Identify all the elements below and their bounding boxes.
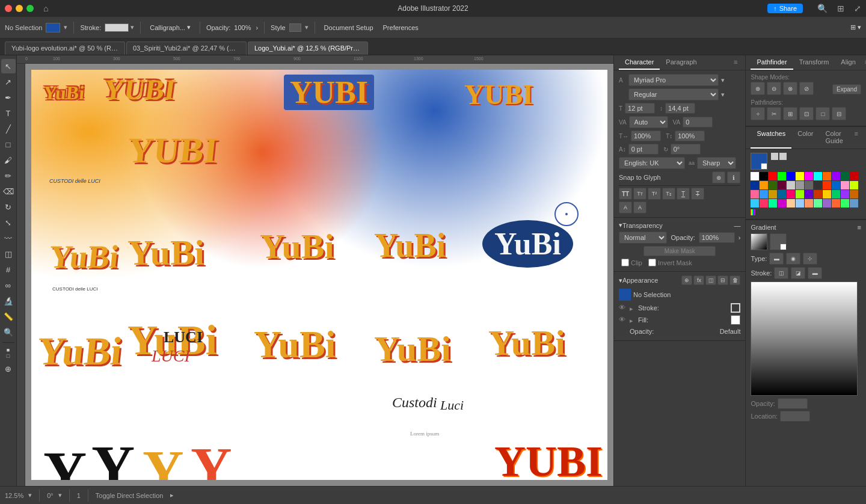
snap-icon-1[interactable]: ⊕ [712, 171, 725, 183]
swatch-color[interactable] [796, 199, 804, 207]
swatch-color[interactable] [805, 181, 813, 189]
swatch-color[interactable] [814, 199, 822, 207]
swatch-color[interactable] [805, 199, 813, 207]
stroke-inside[interactable]: ◫ [774, 267, 788, 279]
panel-menu-icon[interactable]: ≡ [731, 55, 740, 70]
style-box[interactable] [289, 23, 301, 32]
swatch-color[interactable] [760, 181, 768, 189]
opacity-input-trans[interactable] [699, 232, 735, 243]
scale-tool[interactable]: ⤡ [1, 215, 16, 230]
stroke-dropdown-arrow[interactable]: ▾ [131, 23, 134, 31]
warp-tool[interactable]: 〰 [1, 231, 16, 245]
pen-tool[interactable]: ✒ [1, 90, 16, 105]
zoom-tool[interactable]: 🔍 [1, 325, 16, 339]
close-button[interactable] [5, 5, 12, 12]
swatch-color[interactable] [832, 199, 840, 207]
app-icon-5[interactable]: 🗑 [729, 275, 740, 285]
swatch-color[interactable] [832, 172, 840, 180]
freeform-gradient-btn[interactable]: ⊹ [803, 253, 817, 265]
swatch-color[interactable] [796, 190, 804, 198]
linear-gradient-btn[interactable]: ▬ [769, 253, 784, 265]
gradient-menu[interactable]: ≡ [858, 224, 861, 231]
swatch-color[interactable] [832, 181, 840, 189]
grid-icon[interactable]: ⊞ [837, 4, 844, 13]
color-spectrum[interactable] [751, 209, 755, 215]
swatch-color[interactable] [823, 190, 831, 198]
antialias-select[interactable]: Sharp [697, 157, 736, 169]
tab-transform[interactable]: Transform [793, 55, 835, 70]
swatch-color[interactable] [823, 181, 831, 189]
scale-v-input[interactable] [675, 131, 705, 141]
swatch-color[interactable] [769, 190, 777, 198]
app-icon-2[interactable]: fx [693, 275, 704, 285]
screen-mode-icon[interactable]: ⊕ [1, 361, 16, 376]
pathfinder-menu[interactable]: ≡ [862, 55, 866, 70]
swatch-color[interactable] [787, 181, 795, 189]
font-style-select[interactable]: Regular [628, 88, 719, 100]
eraser-tool[interactable]: ⌫ [1, 184, 16, 198]
expand-icon[interactable]: ⤢ [854, 4, 861, 13]
style-dropdown-arrow[interactable]: ▾ [721, 91, 725, 99]
preferences-btn[interactable]: Preferences [380, 23, 422, 32]
swatch-color[interactable] [850, 172, 858, 180]
pf-crop[interactable]: ⊡ [799, 107, 814, 120]
fmt-superscript[interactable]: T² [648, 188, 661, 200]
swatch-color[interactable] [751, 190, 759, 198]
canvas-area[interactable]: 0 100 300 500 700 900 1100 1300 1500 YuB… [17, 55, 613, 486]
selection-tool[interactable]: ↖ [1, 59, 16, 73]
tab-color[interactable]: Color [791, 127, 819, 149]
baseline-input[interactable] [628, 144, 659, 155]
language-select[interactable]: English: UK [619, 157, 685, 169]
pf-trim[interactable]: ✂ [767, 107, 781, 120]
unite-btn[interactable]: ⊕ [751, 82, 765, 95]
make-mask-btn[interactable]: Make Mask [643, 246, 716, 256]
kerning-select[interactable]: Auto [629, 116, 668, 128]
font-dropdown-arrow[interactable]: ▾ [721, 76, 725, 84]
app-icon-1[interactable]: ⊕ [681, 275, 692, 285]
swatch-list-view[interactable]: ≡ [771, 153, 778, 160]
swatch-color[interactable] [778, 172, 786, 180]
swatch-color[interactable] [841, 199, 849, 207]
fmt-strikethrough[interactable]: T [691, 188, 704, 200]
stroke-eye-icon[interactable]: 👁 [619, 304, 627, 312]
radial-gradient-btn[interactable]: ◉ [786, 253, 800, 265]
fmt-aa-1[interactable]: A [619, 201, 632, 214]
swatch-color[interactable] [751, 199, 759, 207]
tab-spiriti[interactable]: 03_Spiriti_Yubi2.ai* @ 22,47 % (CMYK/Pre… [126, 41, 247, 55]
gradient-location-input[interactable] [780, 411, 810, 422]
style-arrow[interactable]: ▾ [305, 23, 309, 31]
type-tool[interactable]: T [1, 106, 16, 120]
clip-label[interactable]: Clip [621, 259, 642, 266]
opacity-arrow[interactable]: › [739, 234, 741, 241]
rotation-dropdown[interactable]: ▾ [58, 491, 62, 499]
minimize-button[interactable] [16, 5, 23, 12]
gradient-preview-mini[interactable] [751, 233, 767, 250]
exclude-btn[interactable]: ⊘ [799, 82, 814, 95]
document-setup-btn[interactable]: Document Setup [321, 23, 376, 32]
opacity-expand[interactable]: › [256, 24, 258, 31]
dropdown-arrow-fill[interactable]: ▾ [64, 23, 67, 31]
swatch-color[interactable] [778, 190, 786, 198]
fill-expand-icon[interactable]: ▸ [630, 317, 636, 323]
tab-paragraph[interactable]: Paragraph [660, 55, 702, 70]
swatch-grid-view[interactable]: ⊞ [779, 153, 787, 160]
home-icon[interactable]: ⌂ [43, 4, 48, 13]
swatch-color[interactable] [850, 199, 858, 207]
clip-checkbox[interactable] [621, 259, 629, 266]
line-tool[interactable]: ╱ [1, 121, 16, 136]
stroke-along[interactable]: ▬ [808, 267, 822, 279]
minus-front-btn[interactable]: ⊖ [767, 82, 781, 95]
stroke-outside[interactable]: ◪ [791, 267, 805, 279]
pf-outline[interactable]: □ [815, 107, 830, 120]
blend-tool[interactable]: ∞ [1, 278, 16, 292]
fill-eye-icon[interactable]: 👁 [619, 316, 627, 324]
swatch-color[interactable] [841, 190, 849, 198]
swatch-color[interactable] [760, 190, 768, 198]
swatch-color[interactable] [850, 190, 858, 198]
search-icon[interactable]: 🔍 [817, 4, 828, 13]
paintbrush-tool[interactable]: 🖌 [1, 153, 16, 167]
swatch-color[interactable] [823, 172, 831, 180]
swatch-color[interactable] [832, 190, 840, 198]
swatch-color[interactable] [787, 190, 795, 198]
swatch-color[interactable] [841, 181, 849, 189]
